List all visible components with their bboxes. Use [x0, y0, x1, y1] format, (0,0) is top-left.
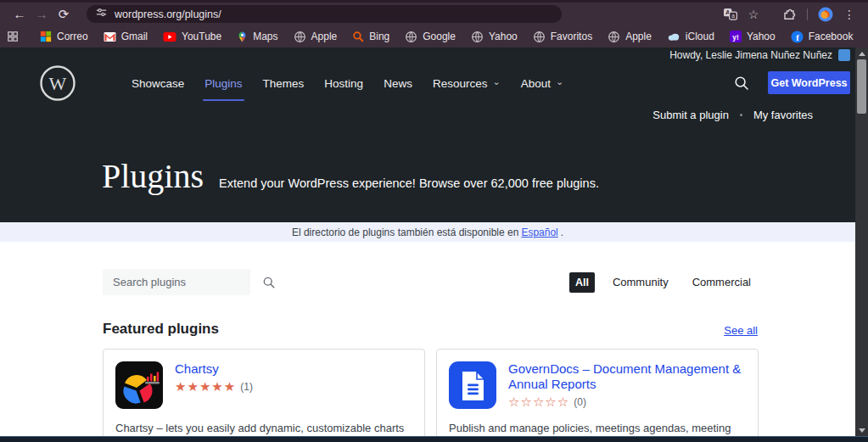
- filter-community[interactable]: Community: [607, 271, 675, 293]
- submit-plugin-link[interactable]: Submit a plugin: [652, 109, 729, 121]
- globe-icon: [471, 31, 484, 43]
- bookmark-item[interactable]: Maps: [237, 31, 277, 43]
- nav-label: Hosting: [324, 77, 363, 90]
- see-all-link[interactable]: See all: [724, 324, 758, 337]
- site-info-icon[interactable]: [95, 6, 108, 22]
- plugin-card-governdocs[interactable]: GovernDocs – Document Management & Annua…: [436, 349, 759, 442]
- bookmark-item[interactable]: Gmail: [104, 31, 148, 42]
- search-input[interactable]: [103, 276, 262, 288]
- toolbar-actions: A a ☆ ⋮: [720, 5, 860, 24]
- webpage: Howdy, Leslie Jimena Nuñez Nuñez W Showc…: [0, 48, 855, 442]
- bookmark-item[interactable]: fFacebook: [791, 31, 854, 43]
- my-favorites-link[interactable]: My favorites: [753, 109, 813, 121]
- chrome-menu-icon[interactable]: ⋮: [839, 5, 860, 24]
- bookmark-item[interactable]: Apple: [294, 31, 338, 43]
- chartsy-plugin-icon: [115, 361, 163, 409]
- plugin-title[interactable]: GovernDocs – Document Management & Annua…: [508, 361, 746, 392]
- address-bar[interactable]: wordpress.org/plugins/: [87, 5, 562, 23]
- nav-item-news[interactable]: News: [384, 63, 412, 104]
- nav-label: Showcase: [132, 77, 184, 90]
- espanol-link[interactable]: Español: [521, 227, 557, 238]
- bookmark-label: Google: [423, 31, 456, 42]
- apps-grid-icon[interactable]: [7, 27, 19, 46]
- nav-label: News: [384, 77, 412, 90]
- get-wordpress-button[interactable]: Get WordPress: [768, 71, 850, 94]
- governdocs-plugin-icon: [449, 361, 496, 409]
- bookmark-label: Bing: [369, 31, 389, 42]
- scroll-up-icon[interactable]: [855, 48, 868, 59]
- bookmarks-bar: CorreoGmailYouTubeMapsAppleBingGoogleYah…: [0, 25, 868, 48]
- subnav-dot: [740, 114, 742, 116]
- bookmark-item[interactable]: Favoritos: [533, 31, 592, 43]
- yahoo-icon: y!: [730, 31, 742, 42]
- url-text[interactable]: wordpress.org/plugins/: [115, 8, 221, 20]
- maps-icon: [237, 31, 248, 43]
- toolbar-separator: [807, 8, 808, 20]
- plugins-subnav: Submit a plugin My favorites: [652, 109, 813, 121]
- bookmark-label: Yahoo: [747, 31, 776, 42]
- bookmark-item[interactable]: iCloud: [667, 31, 714, 42]
- bookmark-item[interactable]: YouTube: [163, 31, 221, 42]
- bing-icon: [352, 31, 364, 42]
- page-scrollbar[interactable]: [855, 48, 868, 442]
- nav-label: Themes: [263, 77, 305, 90]
- nav-label: About: [521, 77, 551, 90]
- svg-text:a: a: [731, 13, 735, 19]
- bookmark-item[interactable]: y!Yahoo: [730, 31, 776, 42]
- profile-avatar[interactable]: [815, 5, 836, 24]
- nav-item-resources[interactable]: Resources⌄: [433, 63, 501, 104]
- nav-item-hosting[interactable]: Hosting: [324, 63, 363, 104]
- nav-item-plugins[interactable]: Plugins: [204, 63, 242, 104]
- bookmark-label: Correo: [57, 31, 88, 42]
- bookmark-item[interactable]: Yahoo: [471, 31, 518, 43]
- browser-toolbar: ← → ⟳ wordpress.org/plugins/ A a: [0, 3, 868, 25]
- search-icon[interactable]: [262, 276, 276, 289]
- wordpress-logo[interactable]: W: [39, 64, 76, 102]
- bookmark-item[interactable]: Google: [405, 31, 456, 43]
- bookmark-label: Maps: [253, 31, 277, 42]
- nav-item-showcase[interactable]: Showcase: [132, 63, 184, 104]
- nav-item-themes[interactable]: Themes: [263, 63, 305, 104]
- scrollbar-thumb[interactable]: [857, 59, 866, 114]
- user-avatar[interactable]: [838, 49, 850, 61]
- bookmark-label: Favoritos: [551, 31, 592, 42]
- bookmark-label: Yahoo: [489, 31, 518, 42]
- chevron-down-icon: ⌄: [492, 76, 500, 87]
- filter-commercial[interactable]: Commercial: [686, 271, 757, 293]
- scroll-down-icon[interactable]: [855, 425, 868, 435]
- nav-label: Resources: [433, 77, 488, 90]
- globe-icon: [294, 31, 306, 43]
- bookmark-star-icon[interactable]: ☆: [743, 5, 764, 24]
- globe-icon: [405, 31, 417, 43]
- window-bottom-edge: [0, 436, 868, 442]
- svg-text:y!: y!: [732, 33, 738, 42]
- extensions-icon[interactable]: [779, 5, 799, 24]
- plugin-search-box: [103, 269, 250, 295]
- back-icon[interactable]: ←: [8, 5, 31, 24]
- youtube-icon: [163, 31, 176, 42]
- bookmark-item[interactable]: Bing: [352, 31, 389, 42]
- header-search-icon[interactable]: [733, 75, 750, 92]
- bookmark-item[interactable]: Correo: [40, 31, 88, 42]
- svg-text:f: f: [796, 32, 799, 42]
- bookmark-item[interactable]: Apple: [608, 31, 652, 43]
- nav-item-about[interactable]: About⌄: [521, 63, 564, 104]
- browser-window: ← → ⟳ wordpress.org/plugins/ A a: [0, 0, 868, 442]
- reload-icon[interactable]: ⟳: [53, 5, 75, 24]
- plugin-title[interactable]: Chartsy: [175, 361, 253, 377]
- rating-count: (0): [574, 396, 586, 408]
- plugin-card-chartsy[interactable]: Chartsy ★★★★★ (1) Chartsy – lets you eas…: [103, 349, 425, 442]
- star-rating-icons: ★★★★★: [175, 380, 236, 393]
- forward-icon[interactable]: →: [31, 5, 53, 24]
- globe-icon: [533, 31, 546, 43]
- translate-icon[interactable]: A a: [720, 5, 740, 24]
- chevron-down-icon: ⌄: [556, 76, 563, 87]
- facebook-icon: f: [791, 31, 804, 43]
- bookmark-label: Apple: [311, 31, 338, 42]
- filter-all[interactable]: All: [569, 272, 595, 293]
- featured-heading: Featured plugins: [103, 321, 219, 338]
- svg-text:W: W: [49, 73, 67, 94]
- howdy-greeting[interactable]: Howdy, Leslie Jimena Nuñez Nuñez: [669, 49, 832, 61]
- language-notice: El directorio de plugins también está di…: [0, 222, 855, 242]
- plugin-rating: ★★★★★ (1): [175, 380, 253, 393]
